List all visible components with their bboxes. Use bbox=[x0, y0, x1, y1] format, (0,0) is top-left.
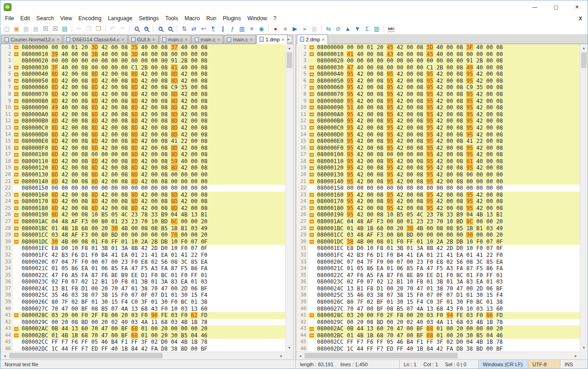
hex-line[interactable]: 45080002CC FF F7 F6 FF 05 46 B4 F1 FF 3F… bbox=[296, 339, 580, 346]
hex-line[interactable]: 340800021C 01 05 86 EA 01 06 85 FA 47 F5… bbox=[296, 265, 580, 272]
monitoring-icon[interactable]: ◉ bbox=[257, 25, 266, 33]
hex-line[interactable]: 420800029C 00 20 08 BD 00 20 02 40 03 4A… bbox=[1, 319, 285, 326]
hex-line[interactable]: 12080000B0 95 42 00 08 95 42 00 08 95 42… bbox=[296, 118, 580, 125]
hex-line[interactable]: 31080001EC E8 D0 10 F8 01 3B 01 3A 8B 42… bbox=[1, 245, 285, 252]
play-macro-icon[interactable]: ▶ bbox=[291, 25, 299, 33]
hex-line[interactable]: 350800022C 47 F6 A5 FA 87 F6 8E B9 EE D1… bbox=[296, 272, 580, 279]
hex-line[interactable]: 29080001CC 03 48 AF F3 00 80 BD 00 00 00… bbox=[1, 232, 285, 238]
tab-close-icon[interactable] bbox=[121, 37, 124, 42]
scroll-up-icon[interactable] bbox=[580, 44, 588, 52]
menu-item-encoding[interactable]: Encoding bbox=[75, 14, 105, 23]
hex-line[interactable]: 30080001DC 38 4B 00 08 01 F0 FF 01 10 2A… bbox=[296, 238, 580, 245]
minimize-button[interactable]: — bbox=[524, 0, 545, 13]
show-all-characters-icon[interactable]: ¶ bbox=[209, 25, 217, 33]
document-map-icon[interactable]: ▥ bbox=[238, 25, 246, 33]
tab-courier-normal12-c[interactable]: Courier-Normal12.c bbox=[1, 35, 62, 44]
scrollbar-thumb[interactable] bbox=[9, 353, 163, 358]
scroll-left-icon[interactable] bbox=[296, 352, 304, 360]
hex-line[interactable]: 30080001DC 30 4B 00 08 01 F0 FF 01 10 2A… bbox=[1, 238, 285, 245]
tab-main-c[interactable]: main.c bbox=[224, 35, 256, 44]
hex-line[interactable]: 390800026C 80 7F 02 BF 01 30 15 F4 C0 3F… bbox=[1, 299, 285, 306]
run-macro-multiple-icon[interactable]: » bbox=[300, 25, 309, 33]
hex-line[interactable]: 2408000170 8D 42 00 08 8D 42 00 08 8D 42… bbox=[1, 198, 285, 205]
hex-line[interactable]: 11080000A0 95 42 00 08 95 42 00 08 95 42… bbox=[296, 111, 580, 118]
hex-line[interactable]: 108000000 00 00 01 20 45 42 00 08 3D 40 … bbox=[296, 44, 580, 51]
tab-close-icon[interactable] bbox=[217, 37, 220, 42]
hex-line[interactable]: 2308000160 95 42 00 08 95 42 00 08 95 42… bbox=[296, 192, 580, 199]
hex-line[interactable]: 1708000100 95 42 00 08 00 00 00 00 95 42… bbox=[296, 151, 580, 158]
menu-item-language[interactable]: Language bbox=[105, 14, 136, 23]
hex-line[interactable]: 28080001BC 01 4B 1B 68 00 20 38 4B 00 08… bbox=[296, 225, 580, 232]
tab-main-c[interactable]: main.c bbox=[192, 35, 224, 44]
compare-summary-icon[interactable]: Σ bbox=[363, 25, 371, 33]
scroll-left-icon[interactable] bbox=[1, 352, 9, 360]
hex-line[interactable]: 380800025C 35 46 03 38 07 38 15 F0 07 0F… bbox=[296, 292, 580, 299]
hex-line[interactable]: 1808000110 8D 42 00 08 8D 42 00 08 8D 42… bbox=[1, 158, 285, 165]
hex-line[interactable]: 410800028C 03 20 00 F0 2F F8 00 20 03 F0… bbox=[296, 312, 580, 319]
hex-line[interactable]: 29080001CC 03 48 AF F3 00 80 BD 00 00 00… bbox=[296, 232, 580, 238]
hex-line[interactable]: 13080000C0 95 42 00 08 95 42 00 08 95 42… bbox=[296, 125, 580, 131]
hex-line[interactable]: 330800020C 07 04 7F F0 00 07 00 23 F0 E8… bbox=[296, 259, 580, 266]
hex-line[interactable]: 108000000 00 00 01 20 3D 42 00 08 35 40 … bbox=[1, 44, 285, 51]
hex-line[interactable]: 508000040 95 42 00 08 95 42 00 08 95 42 … bbox=[296, 71, 580, 78]
zoom-in-icon[interactable]: + bbox=[156, 25, 164, 33]
maximize-button[interactable]: ▢ bbox=[545, 0, 566, 13]
hex-line[interactable]: 908000080 95 42 00 08 95 42 00 08 95 42 … bbox=[296, 98, 580, 105]
scroll-down-icon[interactable] bbox=[286, 344, 293, 352]
menu-item-file[interactable]: File bbox=[2, 14, 17, 23]
sync-horizontal-icon[interactable]: ⇄ bbox=[190, 25, 198, 33]
hex-line[interactable]: 1708000100 8D 42 00 08 00 00 00 00 8D 42… bbox=[1, 151, 285, 158]
hex-line[interactable]: 28080001BC 01 4B 1B 68 00 20 30 4B 00 08… bbox=[1, 225, 285, 232]
hex-line[interactable]: 308000020 00 00 00 00 00 00 00 00 00 00 … bbox=[1, 57, 285, 64]
hex-line[interactable]: 360800023C 02 F0 07 02 12 B1 10 F8 01 3B… bbox=[296, 278, 580, 285]
hex-line[interactable]: 14080000D0 8D 42 00 08 8D 42 00 08 8D 42… bbox=[1, 131, 285, 138]
document-close-icon[interactable]: X bbox=[573, 16, 588, 21]
status-insert-mode[interactable]: INS bbox=[560, 360, 588, 369]
compare-icon[interactable]: ⇆ bbox=[324, 25, 333, 33]
hex-line[interactable]: 2608000190 8D 42 00 08 10 B5 05 4C 23 78… bbox=[1, 211, 285, 218]
hex-line[interactable]: 808000070 95 42 00 08 95 42 00 08 95 42 … bbox=[296, 91, 580, 98]
hex-line[interactable]: 400800027C 70 47 00 BF 08 B5 07 4A 13 68… bbox=[296, 306, 580, 312]
replace-icon[interactable]: a bbox=[142, 25, 150, 33]
hex-line[interactable]: 14080000D0 95 42 00 08 95 42 00 08 95 42… bbox=[296, 131, 580, 138]
menu-item-run[interactable]: Run bbox=[203, 14, 220, 23]
vertical-scrollbar[interactable] bbox=[285, 44, 293, 352]
close-button[interactable]: ✕ bbox=[566, 0, 588, 13]
tab-gui-h[interactable]: GUI.h bbox=[128, 35, 158, 44]
menu-item-tools[interactable]: Tools bbox=[162, 14, 181, 23]
document-list-icon[interactable]: ≡ bbox=[248, 25, 256, 33]
hex-line[interactable]: 12080000B0 8D 42 00 08 8D 42 00 08 8D 42… bbox=[1, 118, 285, 125]
clear-compare-icon[interactable]: ⊘ bbox=[334, 25, 342, 33]
hex-line[interactable]: 508000040 8D 42 00 08 8D 42 00 08 8D 42 … bbox=[1, 71, 285, 78]
hex-line[interactable]: 1808000110 95 42 00 08 95 42 00 08 95 42… bbox=[296, 158, 580, 165]
hex-line[interactable]: 2008000130 95 42 00 08 95 42 00 08 95 42… bbox=[296, 171, 580, 178]
hex-line[interactable]: 2108000140 95 42 00 08 95 42 00 08 95 42… bbox=[296, 178, 580, 185]
hex-line[interactable]: 400800027C 70 47 00 BF 08 B5 07 4A 13 68… bbox=[1, 306, 285, 312]
hex-line[interactable]: 2308000160 8D 42 00 08 8D 42 00 08 8D 42… bbox=[1, 192, 285, 199]
hex-line[interactable]: 708000060 95 42 00 08 95 42 00 08 95 42 … bbox=[296, 84, 580, 91]
tab-close-icon[interactable] bbox=[322, 37, 325, 42]
hex-line[interactable]: 208000010 39 40 00 08 3B 40 00 08 3D 40 … bbox=[1, 51, 285, 58]
hex-line[interactable]: 808000070 8D 42 00 08 8D 42 00 08 8D 42 … bbox=[1, 91, 285, 98]
open-folder-icon[interactable]: ▣ bbox=[12, 25, 21, 33]
print-icon[interactable]: ▤ bbox=[61, 25, 69, 33]
hex-line[interactable]: 45080002CC FF F7 F6 FF 05 46 B4 F1 FF 3F… bbox=[1, 339, 285, 346]
hex-line[interactable]: 208000010 41 40 00 08 43 40 00 08 45 40 … bbox=[296, 51, 580, 58]
paste-icon[interactable]: ❒ bbox=[94, 25, 102, 33]
tab-close-icon[interactable] bbox=[282, 37, 284, 42]
horizontal-scrollbar[interactable] bbox=[1, 352, 285, 359]
hex-line[interactable]: 15080000E0 95 42 00 08 95 42 00 08 95 42… bbox=[296, 138, 580, 145]
record-macro-icon[interactable]: ● bbox=[271, 25, 280, 33]
tab-close-icon[interactable] bbox=[152, 37, 155, 42]
menu-item-view[interactable]: View bbox=[57, 14, 75, 23]
hex-line[interactable]: 308000020 00 00 00 00 00 00 00 00 00 00 … bbox=[296, 57, 580, 64]
hex-line[interactable]: 410800028C 03 20 00 F0 2F F8 00 20 03 F0… bbox=[1, 312, 285, 319]
hex-line[interactable]: 608000050 8D 42 00 08 8D 42 00 08 8D 42 … bbox=[1, 78, 285, 85]
hex-line[interactable]: 340800021C 01 05 86 EA 01 06 85 FA 47 F5… bbox=[1, 265, 285, 272]
hex-line[interactable]: 32080001FC 42 B3 F6 D1 F0 B4 41 EA 01 21… bbox=[1, 252, 285, 259]
hex-line[interactable]: 2208000150 00 00 00 00 00 00 00 00 00 00… bbox=[296, 185, 580, 192]
status-eol-format[interactable]: Windows (CR LF) bbox=[478, 360, 528, 369]
scroll-up-icon[interactable] bbox=[286, 44, 293, 52]
editor-right[interactable]: 108000000 00 00 01 20 45 42 00 08 3D 40 … bbox=[296, 44, 588, 359]
zoom-out-icon[interactable]: − bbox=[166, 25, 174, 33]
